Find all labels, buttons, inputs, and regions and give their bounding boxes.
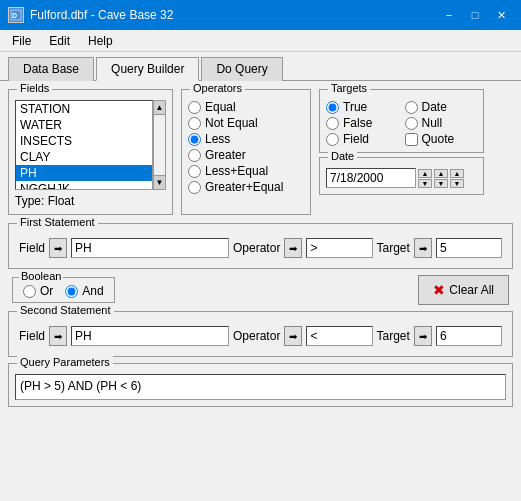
top-section: Fields STATION WATER INSECTS CLAY PH NGG…: [8, 89, 513, 215]
date-spin-up3[interactable]: ▲: [450, 169, 464, 178]
first-target-arrow[interactable]: ➡: [414, 238, 432, 258]
date-spin-buttons3: ▲ ▼: [450, 169, 464, 188]
targets-label: Targets: [328, 82, 370, 94]
scroll-down-button[interactable]: ▼: [154, 175, 165, 189]
date-input[interactable]: [326, 168, 416, 188]
second-target-arrow[interactable]: ➡: [414, 326, 432, 346]
first-target-input[interactable]: [436, 238, 502, 258]
fields-label: Fields: [17, 82, 52, 94]
op-notequal[interactable]: Not Equal: [188, 116, 304, 130]
date-spin-up[interactable]: ▲: [418, 169, 432, 178]
date-spin-down3[interactable]: ▼: [450, 179, 464, 188]
operators-radio-group: Equal Not Equal Less Greater Less+Equal …: [188, 100, 304, 194]
date-input-row: ▲ ▼ ▲ ▼ ▲ ▼: [326, 168, 477, 188]
query-params-value: (PH > 5) AND (PH < 6): [15, 374, 506, 400]
first-field-arrow[interactable]: ➡: [49, 238, 67, 258]
target-date[interactable]: Date: [405, 100, 478, 114]
target-quote[interactable]: Quote: [405, 132, 478, 146]
target-true[interactable]: True: [326, 100, 399, 114]
list-item[interactable]: NGGHJK: [16, 181, 152, 190]
type-label: Type:: [15, 194, 44, 208]
query-params-label: Query Parameters: [17, 356, 113, 368]
list-item[interactable]: CLAY: [16, 149, 152, 165]
date-spin-buttons: ▲ ▼: [418, 169, 432, 188]
clear-all-label: Clear All: [449, 283, 494, 297]
first-field-label: Field: [19, 241, 45, 255]
list-item[interactable]: STATION: [16, 101, 152, 117]
boolean-or[interactable]: Or: [23, 284, 53, 298]
date-spin-down[interactable]: ▼: [418, 179, 432, 188]
list-item-selected[interactable]: PH: [16, 165, 152, 181]
menu-bar: File Edit Help: [0, 30, 521, 52]
title-bar: D Fulford.dbf - Cave Base 32 − □ ✕: [0, 0, 521, 30]
first-statement-row: Field ➡ Operator ➡ Target ➡: [15, 234, 506, 262]
clear-all-icon: ✖: [433, 282, 445, 298]
tab-bar: Data Base Query Builder Do Query: [0, 52, 521, 81]
first-operator-input[interactable]: [306, 238, 372, 258]
date-group: Date ▲ ▼ ▲ ▼ ▲ ▼: [319, 157, 484, 195]
fields-list[interactable]: STATION WATER INSECTS CLAY PH NGGHJK: [15, 100, 153, 190]
close-button[interactable]: ✕: [489, 5, 513, 25]
tab-query-builder[interactable]: Query Builder: [96, 57, 199, 81]
tab-database[interactable]: Data Base: [8, 57, 94, 81]
scroll-up-button[interactable]: ▲: [154, 101, 165, 115]
operators-label: Operators: [190, 82, 245, 94]
boolean-and[interactable]: And: [65, 284, 103, 298]
type-value: Float: [48, 194, 75, 208]
op-less[interactable]: Less: [188, 132, 304, 146]
clear-all-button[interactable]: ✖ Clear All: [418, 275, 509, 305]
first-statement-label: First Statement: [17, 216, 98, 228]
first-operator-label: Operator: [233, 241, 280, 255]
second-field-label: Field: [19, 329, 45, 343]
window-controls: − □ ✕: [437, 5, 513, 25]
target-false[interactable]: False: [326, 116, 399, 130]
second-statement-label: Second Statement: [17, 304, 114, 316]
window-title: Fulford.dbf - Cave Base 32: [30, 8, 173, 22]
maximize-button[interactable]: □: [463, 5, 487, 25]
first-statement-group: First Statement Field ➡ Operator ➡ Targe…: [8, 223, 513, 269]
list-item[interactable]: WATER: [16, 117, 152, 133]
menu-file[interactable]: File: [4, 32, 39, 49]
first-field-input[interactable]: [71, 238, 229, 258]
second-target-label: Target: [377, 329, 410, 343]
date-spin-down2[interactable]: ▼: [434, 179, 448, 188]
boolean-group: Boolean Or And: [12, 277, 115, 303]
second-target-input[interactable]: [436, 326, 502, 346]
second-operator-input[interactable]: [306, 326, 372, 346]
svg-text:D: D: [12, 12, 17, 19]
operators-group: Operators Equal Not Equal Less Greater L…: [181, 89, 311, 215]
query-params-group: Query Parameters (PH > 5) AND (PH < 6): [8, 363, 513, 407]
main-content: Fields STATION WATER INSECTS CLAY PH NGG…: [0, 81, 521, 501]
list-item[interactable]: INSECTS: [16, 133, 152, 149]
targets-grid: True Date False Null Field: [326, 100, 477, 146]
date-spin-buttons2: ▲ ▼: [434, 169, 448, 188]
app-icon: D: [8, 7, 24, 23]
boolean-section: Boolean Or And ✖ Clear All: [8, 275, 513, 305]
second-statement-group: Second Statement Field ➡ Operator ➡ Targ…: [8, 311, 513, 357]
menu-help[interactable]: Help: [80, 32, 121, 49]
first-target-label: Target: [377, 241, 410, 255]
second-field-arrow[interactable]: ➡: [49, 326, 67, 346]
second-statement-row: Field ➡ Operator ➡ Target ➡: [15, 322, 506, 350]
target-null[interactable]: Null: [405, 116, 478, 130]
second-operator-arrow[interactable]: ➡: [284, 326, 302, 346]
targets-group: Targets True Date False Null: [319, 89, 484, 153]
date-spin-up2[interactable]: ▲: [434, 169, 448, 178]
tab-do-query[interactable]: Do Query: [201, 57, 282, 81]
op-equal[interactable]: Equal: [188, 100, 304, 114]
fields-group: Fields STATION WATER INSECTS CLAY PH NGG…: [8, 89, 173, 215]
boolean-label: Boolean: [19, 270, 63, 282]
op-lessequal[interactable]: Less+Equal: [188, 164, 304, 178]
boolean-radios: Or And: [23, 284, 104, 298]
op-greaterequal[interactable]: Greater+Equal: [188, 180, 304, 194]
field-type: Type: Float: [15, 194, 166, 208]
op-greater[interactable]: Greater: [188, 148, 304, 162]
target-field[interactable]: Field: [326, 132, 399, 146]
second-operator-label: Operator: [233, 329, 280, 343]
first-operator-arrow[interactable]: ➡: [284, 238, 302, 258]
date-label: Date: [328, 150, 357, 162]
minimize-button[interactable]: −: [437, 5, 461, 25]
menu-edit[interactable]: Edit: [41, 32, 78, 49]
second-field-input[interactable]: [71, 326, 229, 346]
